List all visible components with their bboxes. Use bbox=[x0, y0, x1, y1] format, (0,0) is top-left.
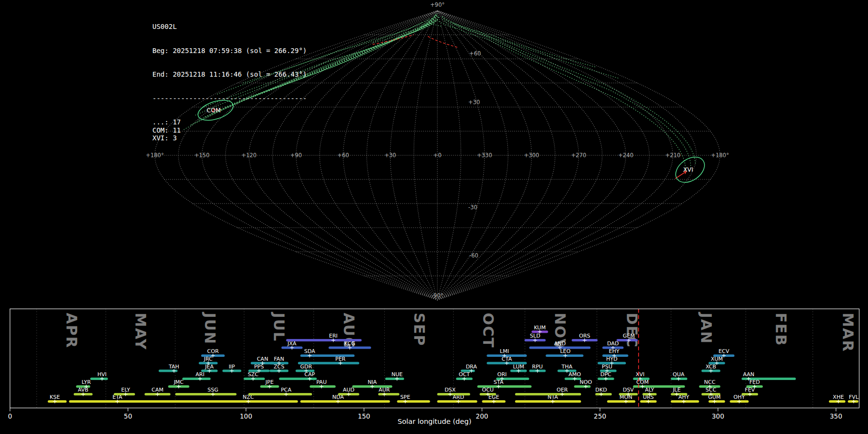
shower-label: EHY bbox=[609, 348, 620, 354]
shower-bar bbox=[595, 393, 611, 395]
axis-tick-label: 100 bbox=[240, 412, 252, 420]
shower-label: SPE bbox=[400, 394, 410, 400]
shower-label: PAU bbox=[316, 379, 327, 385]
shower-label: RPU bbox=[532, 364, 542, 370]
shower-label: AUD bbox=[343, 387, 354, 393]
shower-label: KSE bbox=[50, 394, 60, 400]
month-label: FEB bbox=[773, 313, 789, 347]
longitude-label: +270 bbox=[571, 152, 586, 159]
month-label: OCT bbox=[480, 313, 497, 349]
shower-label: GEM bbox=[623, 333, 635, 339]
latitude-label: -90° bbox=[432, 292, 444, 299]
shower-label: XHE bbox=[833, 394, 844, 400]
count-line: COM: 11 bbox=[152, 126, 307, 135]
longitude-label: +330 bbox=[477, 152, 492, 159]
shower-label: HVI bbox=[97, 371, 107, 378]
separator-line: -------------------------------------- bbox=[152, 95, 307, 103]
shower-label: PCA bbox=[281, 387, 291, 393]
shower-bar bbox=[487, 354, 527, 357]
shower-bar bbox=[385, 378, 404, 380]
shower-label: IIP bbox=[229, 364, 235, 370]
shower-bar bbox=[48, 400, 67, 403]
shower-label: SSG bbox=[207, 387, 218, 393]
latitude-label: +30 bbox=[468, 99, 480, 106]
shower-label: NIA bbox=[367, 379, 377, 385]
shower-bar bbox=[671, 393, 687, 395]
shower-bar bbox=[477, 385, 532, 388]
shower-bar bbox=[298, 362, 359, 365]
shower-label: THA bbox=[561, 364, 572, 370]
shower-label: FAN bbox=[274, 356, 284, 362]
shower-bar bbox=[69, 400, 182, 403]
latitude-label: +90° bbox=[430, 1, 445, 8]
count-line: ...: 17 bbox=[152, 118, 307, 126]
shower-bar bbox=[437, 393, 471, 395]
shower-label: LEO bbox=[560, 348, 570, 354]
shower-label: DSV bbox=[623, 387, 634, 393]
axis-tick-label: 0 bbox=[8, 412, 12, 420]
month-label: SEP bbox=[411, 313, 428, 347]
longitude-label: +300 bbox=[524, 152, 540, 159]
axis-tick-label: 150 bbox=[358, 412, 370, 420]
shower-label: JMC bbox=[173, 379, 184, 385]
plot-canvas: Solar longitude (deg) COMXVI+180°+150+12… bbox=[0, 0, 868, 434]
month-label: MAR bbox=[840, 313, 856, 353]
meteor-trail bbox=[442, 17, 691, 168]
shower-label: SLD bbox=[530, 333, 541, 339]
shower-label: NUE bbox=[392, 371, 403, 378]
shower-label: QUA bbox=[673, 371, 685, 378]
shower-ellipse-label: XVI bbox=[683, 166, 693, 173]
shower-label: SDA bbox=[304, 348, 315, 354]
shower-bar bbox=[708, 400, 725, 403]
shower-label: LMI bbox=[500, 348, 509, 354]
shower-label: XVI bbox=[636, 371, 644, 378]
shower-bar bbox=[90, 378, 108, 380]
shower-label: CAM bbox=[151, 387, 163, 393]
count-line: XVI: 3 bbox=[152, 134, 307, 142]
axis-tick-label: 200 bbox=[476, 412, 488, 420]
observation-summary: US002L Beg: 20251218 07:59:38 (sol = 266… bbox=[152, 7, 307, 158]
latitude-label: -30 bbox=[468, 204, 477, 211]
shower-label: KUM bbox=[534, 325, 545, 331]
shower-label: FVL bbox=[849, 394, 859, 400]
month-label: MAY bbox=[132, 313, 149, 351]
shower-bar bbox=[515, 393, 581, 395]
month-label: JUN bbox=[202, 312, 218, 345]
shower-bar bbox=[397, 400, 430, 403]
shower-label: SZC bbox=[248, 371, 259, 378]
shower-label: JPE bbox=[265, 379, 274, 385]
shower-label: AMO bbox=[569, 371, 581, 378]
shower-bar bbox=[515, 400, 581, 403]
latitude-label: +60 bbox=[469, 50, 481, 57]
month-label: APR bbox=[63, 313, 80, 349]
x-axis-title: Solar longitude (deg) bbox=[397, 418, 471, 425]
end-time: End: 20251218 11:16:46 (sol = 266.43°) bbox=[152, 70, 307, 79]
shower-label: ERI bbox=[329, 333, 338, 339]
shower-label: NCC bbox=[704, 379, 716, 385]
station-id: US002L bbox=[152, 23, 307, 31]
shower-label: DSX bbox=[445, 387, 456, 393]
red-dash-trail bbox=[428, 36, 458, 47]
month-label: JAN bbox=[698, 312, 715, 345]
meteor-radiant-screen: Solar longitude (deg) COMXVI+180°+150+12… bbox=[0, 0, 868, 434]
shower-label: OER bbox=[556, 387, 568, 393]
shower-bar bbox=[286, 339, 362, 341]
longitude-label: +210 bbox=[665, 152, 681, 159]
shower-label: DPC bbox=[600, 371, 611, 378]
shower-bar bbox=[574, 385, 590, 388]
axis-tick-label: 250 bbox=[594, 412, 606, 420]
shower-label: ECV bbox=[719, 348, 730, 354]
axis-tick-label: 350 bbox=[830, 412, 842, 420]
shower-label: NOO bbox=[580, 379, 592, 385]
shower-bar bbox=[378, 393, 399, 395]
shower-label: ORS bbox=[579, 333, 590, 339]
shower-label: DKD bbox=[596, 387, 607, 393]
month-label: DEC bbox=[624, 313, 640, 348]
longitude-label: +180° bbox=[711, 152, 729, 159]
shower-bar bbox=[607, 400, 636, 403]
shower-label: DRA bbox=[466, 364, 477, 370]
shower-bar bbox=[182, 378, 211, 380]
month-label: JUL bbox=[271, 312, 287, 342]
activity-timeline: APRMAYJUNJULAUGSEPOCTNOVDECJANFEBMARKSEE… bbox=[8, 309, 859, 420]
meteor-trail bbox=[451, 22, 595, 67]
